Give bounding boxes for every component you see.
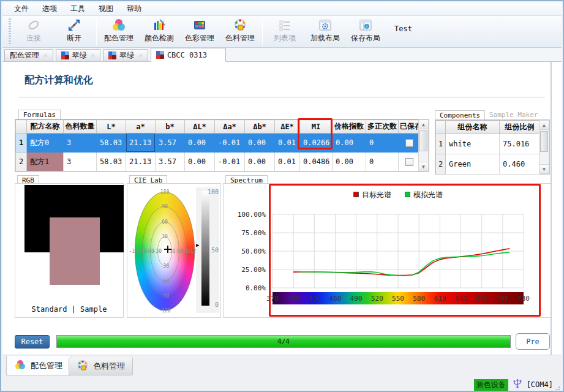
x-tick-label: 700 xyxy=(497,295,509,303)
progress-text: 4/4 xyxy=(277,337,290,345)
scroll-thumb[interactable] xyxy=(540,131,548,152)
connect-icon xyxy=(26,17,42,33)
pigment-manage-button[interactable]: 色料管理 xyxy=(220,17,260,47)
menu-tools[interactable]: 工具 xyxy=(64,2,92,15)
sample-maker-tab[interactable]: Sample Maker xyxy=(485,110,542,119)
load-layout-icon xyxy=(317,17,333,33)
test-label: Test xyxy=(394,24,412,33)
disconnect-button[interactable]: 断开 xyxy=(54,17,94,47)
component-row-1[interactable]: 2 Green 0.460 xyxy=(436,154,540,175)
scroll-up-icon[interactable]: ▲ xyxy=(419,120,428,129)
scrollbar-vertical[interactable]: ▲ ▼ xyxy=(418,119,429,172)
formula-row-0[interactable]: 1 配方0 3 58.03 21.13 3.57 0.00 -0.01 0.00… xyxy=(16,134,420,153)
disconnect-icon xyxy=(66,17,82,33)
menu-view[interactable]: 视图 xyxy=(92,2,120,15)
scroll-up-icon[interactable]: ▲ xyxy=(540,121,549,130)
col-header[interactable]: ΔE* xyxy=(275,120,300,134)
component-row-0[interactable]: 1 white 75.016 xyxy=(436,134,540,154)
mi-cell: 0.0266 xyxy=(300,134,333,153)
lightness-marker-icon[interactable]: ▶ xyxy=(196,242,199,248)
load-layout-button[interactable]: 加载布局 xyxy=(305,17,345,47)
col-header[interactable]: b* xyxy=(156,120,185,134)
col-header[interactable]: L* xyxy=(97,120,126,134)
formula-row-1[interactable]: 2 配方1 3 58.03 21.13 3.57 0.00 -0.01 0.00… xyxy=(16,153,420,172)
formulas-table: 配方名称 色料数量 L* a* b* ΔL* Δa* Δb* ΔE* MI 价格… xyxy=(15,119,429,172)
scroll-thumb[interactable] xyxy=(419,130,427,151)
x-tick-label: 430 xyxy=(308,295,320,303)
lab-a-tick: 60 xyxy=(177,249,183,254)
connect-button[interactable]: 连接 xyxy=(13,17,54,47)
lab-b-tick: -60 xyxy=(160,278,169,284)
toolbar-grip[interactable] xyxy=(9,18,11,45)
color-detect-icon xyxy=(151,17,167,33)
toolbar-separator xyxy=(262,18,263,45)
lab-b-tick: 90 xyxy=(162,204,168,209)
close-icon[interactable]: × xyxy=(138,53,143,59)
x-tick-label: 610 xyxy=(434,295,446,303)
x-tick-label: 640 xyxy=(455,295,467,303)
tab-color-matching[interactable]: 配色管理 × xyxy=(4,49,53,61)
pre-button[interactable]: Pre xyxy=(516,333,550,350)
reset-button[interactable]: Reset xyxy=(15,335,50,349)
x-tick-label: 580 xyxy=(413,295,425,303)
lab-b-tick: 120 xyxy=(160,189,169,195)
saved-checkbox[interactable] xyxy=(405,139,413,147)
lab-b-tick: 60 xyxy=(162,219,168,224)
scroll-down-icon[interactable]: ▼ xyxy=(419,162,428,171)
components-table: 组份名称 组份比例 1 white 75.016 2 Green 0.460 ▲… xyxy=(435,119,550,175)
com-port-label: [COM4] xyxy=(527,380,553,389)
lightness-scale: 100 50 0 ▶ xyxy=(196,187,219,313)
x-tick-label: 550 xyxy=(392,295,404,303)
lab-b-tick: 30 xyxy=(162,233,168,239)
tab-cbcc-0313[interactable]: CBCC 0313 xyxy=(151,48,226,62)
color-manage-icon xyxy=(192,17,208,33)
col-header[interactable]: Δa* xyxy=(215,120,245,134)
tab-emerald-2[interactable]: 翠绿 × xyxy=(103,49,148,61)
tab-emerald-1[interactable]: 翠绿 × xyxy=(56,49,101,61)
puzzle-icon xyxy=(156,51,164,59)
color-manage-button[interactable]: 色彩管理 xyxy=(179,17,220,47)
col-header[interactable]: 已保存 xyxy=(399,120,420,134)
pigment-manage-icon xyxy=(232,17,248,33)
menu-help[interactable]: 帮助 xyxy=(120,2,148,15)
lab-b-tick: -90 xyxy=(160,293,169,298)
x-tick-label: 490 xyxy=(350,295,363,303)
col-header[interactable]: a* xyxy=(126,120,156,134)
scrollbar-vertical[interactable]: ▲ ▼ xyxy=(539,120,549,174)
corner-header xyxy=(16,120,27,134)
toolbar: 连接 断开 配色管理 xyxy=(2,16,562,48)
col-header[interactable]: Δb* xyxy=(245,120,275,134)
col-header[interactable]: 组份比例 xyxy=(500,121,540,134)
col-header[interactable]: ΔL* xyxy=(185,120,215,134)
menu-bar: 文件 选项 工具 视图 帮助 xyxy=(2,2,562,16)
title-divider xyxy=(18,97,545,97)
list-items-button[interactable]: 列表项 xyxy=(265,17,305,47)
color-detect-button[interactable]: 颜色检测 xyxy=(139,17,179,47)
save-layout-button[interactable]: i 保存布局 xyxy=(345,17,386,47)
col-header[interactable]: 多正次数 xyxy=(366,120,399,134)
usb-icon xyxy=(513,379,522,391)
corner-header xyxy=(436,121,446,134)
col-header[interactable]: 价格指数 xyxy=(333,120,366,134)
col-header[interactable]: 色料数量 xyxy=(64,120,97,134)
menu-options[interactable]: 选项 xyxy=(36,2,64,15)
close-icon[interactable]: × xyxy=(43,53,48,59)
rgb-caption: Standard | Sample xyxy=(15,305,123,314)
components-tab[interactable]: Components xyxy=(435,110,485,119)
col-header-mi[interactable]: MI xyxy=(300,120,333,134)
color-matching-icon xyxy=(14,359,26,373)
color-matching-button[interactable]: 配色管理 xyxy=(99,17,139,47)
saved-checkbox[interactable] xyxy=(405,158,413,166)
scroll-down-icon[interactable]: ▼ xyxy=(540,164,549,173)
col-header[interactable]: 组份名称 xyxy=(446,121,500,134)
col-header[interactable]: 配方名称 xyxy=(27,120,64,134)
bottom-tab-color-matching[interactable]: 配色管理 xyxy=(6,356,70,376)
x-tick-label: 520 xyxy=(371,295,383,303)
formulas-group-label: Formulas xyxy=(18,110,61,119)
main-content: 配方计算和优化 Formulas 配方名称 色料数量 L* a* b* ΔL* xyxy=(2,62,562,355)
menu-file[interactable]: 文件 xyxy=(7,2,36,15)
close-icon[interactable]: × xyxy=(91,53,96,59)
puzzle-icon xyxy=(108,51,116,59)
resize-grip[interactable] xyxy=(553,383,560,391)
bottom-tab-pigment-manage[interactable]: 色料管理 xyxy=(69,358,133,375)
